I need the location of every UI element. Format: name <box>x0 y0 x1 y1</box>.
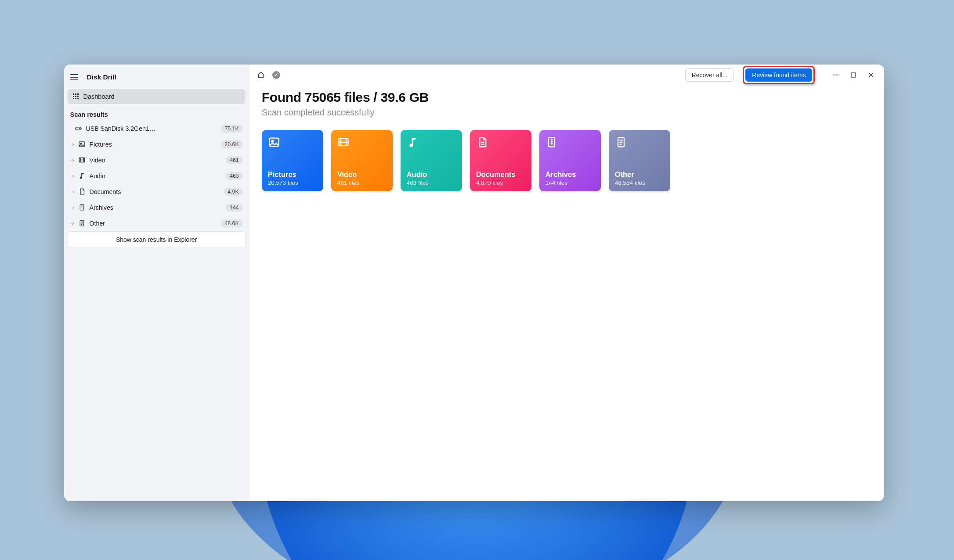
dashboard-label: Dashboard <box>83 93 115 100</box>
recover-all-label: Recover all... <box>692 72 728 79</box>
dashboard-icon <box>73 93 79 100</box>
tree-item-audio[interactable]: › Audio 463 <box>67 168 246 184</box>
tree-item-label: Audio <box>87 172 226 179</box>
tree-device-label: USB SanDisk 3.2Gen1… <box>83 125 221 132</box>
svg-rect-8 <box>833 75 838 75</box>
scan-tree: USB SanDisk 3.2Gen1… 75.1K › Pictures 20… <box>64 121 249 231</box>
document-icon <box>476 136 490 150</box>
tree-item-video[interactable]: › Video 461 <box>67 152 246 168</box>
headline: Found 75065 files / 39.6 GB <box>262 90 872 105</box>
card-sub: 463 files <box>407 179 456 186</box>
tree-item-badge: 144 <box>226 204 243 212</box>
maximize-button[interactable] <box>846 68 861 82</box>
tree-item-badge: 463 <box>226 172 243 180</box>
svg-point-2 <box>80 128 80 129</box>
tree-item-badge: 461 <box>226 156 243 164</box>
archive-icon <box>546 136 560 150</box>
card-pictures[interactable]: Pictures 20,573 files <box>262 130 323 191</box>
music-note-icon <box>77 172 87 179</box>
tree-device-badge: 75.1K <box>221 125 243 133</box>
tree-item-label: Pictures <box>87 141 221 148</box>
card-sub: 4,870 files <box>476 179 525 186</box>
sidebar: Disk Drill Dashboard Scan results USB Sa… <box>64 65 249 501</box>
svg-point-15 <box>551 141 552 142</box>
show-in-explorer-label: Show scan results in Explorer <box>116 236 197 243</box>
tree-item-label: Other <box>87 220 221 227</box>
tree-item-label: Video <box>87 157 226 164</box>
card-title: Archives <box>546 170 595 179</box>
recover-all-button[interactable]: Recover all... <box>685 68 734 82</box>
video-icon <box>77 156 87 164</box>
card-sub: 48,554 files <box>615 179 664 186</box>
card-sub: 461 files <box>337 179 387 186</box>
minimize-button[interactable] <box>828 68 844 82</box>
tree-device[interactable]: USB SanDisk 3.2Gen1… 75.1K <box>67 121 246 136</box>
card-title: Other <box>615 170 664 179</box>
tree-item-badge: 20.6K <box>221 140 243 148</box>
image-icon <box>77 140 87 148</box>
card-title: Documents <box>476 170 525 179</box>
chevron-right-icon: › <box>69 141 77 147</box>
scan-complete-icon <box>272 71 280 79</box>
chevron-right-icon: › <box>69 220 77 226</box>
annotation-highlight: Review found items <box>743 66 815 84</box>
close-button[interactable] <box>863 68 879 82</box>
main-panel: Recover all... Review found items <box>249 65 885 501</box>
svg-rect-9 <box>851 73 856 77</box>
tree-item-badge: 48.6K <box>221 219 243 227</box>
chevron-right-icon: › <box>69 205 77 211</box>
svg-point-4 <box>80 143 81 144</box>
menu-icon[interactable] <box>70 72 82 83</box>
card-title: Video <box>337 170 387 179</box>
tree-item-label: Archives <box>87 204 226 211</box>
card-audio[interactable]: Audio 463 files <box>401 130 462 191</box>
video-icon <box>337 136 351 150</box>
review-found-items-label: Review found items <box>752 72 806 79</box>
card-other[interactable]: Other 48,554 files <box>609 130 670 191</box>
sidebar-item-dashboard[interactable]: Dashboard <box>68 89 246 104</box>
document-icon <box>77 188 87 195</box>
status-text: Scan completed successfully <box>262 108 872 118</box>
chevron-right-icon: › <box>69 189 77 195</box>
show-in-explorer-button[interactable]: Show scan results in Explorer <box>68 231 246 248</box>
card-title: Pictures <box>268 170 317 179</box>
music-note-icon <box>407 136 421 150</box>
sidebar-section-title: Scan results <box>64 104 249 121</box>
app-title: Disk Drill <box>87 73 116 81</box>
usb-drive-icon <box>74 125 83 132</box>
review-found-items-button[interactable]: Review found items <box>745 68 812 82</box>
card-title: Audio <box>407 170 456 179</box>
tree-item-other[interactable]: › Other 48.6K <box>67 215 246 231</box>
tree-item-pictures[interactable]: › Pictures 20.6K <box>67 136 246 152</box>
window-controls <box>828 68 879 82</box>
tree-item-label: Documents <box>87 188 224 195</box>
file-icon <box>615 136 629 150</box>
tree-item-documents[interactable]: › Documents 4.9K <box>67 184 246 200</box>
file-icon <box>77 219 87 227</box>
chevron-right-icon: › <box>69 173 77 179</box>
svg-point-16 <box>551 143 552 144</box>
card-documents[interactable]: Documents 4,870 files <box>470 130 531 191</box>
chevron-right-icon: › <box>69 157 77 163</box>
svg-point-11 <box>271 140 273 142</box>
card-video[interactable]: Video 461 files <box>331 130 393 191</box>
tree-item-badge: 4.9K <box>224 188 242 196</box>
app-window: Disk Drill Dashboard Scan results USB Sa… <box>64 65 885 501</box>
card-archives[interactable]: Archives 144 files <box>539 130 601 191</box>
card-sub: 20,573 files <box>268 179 317 186</box>
card-sub: 144 files <box>546 179 595 186</box>
tree-item-archives[interactable]: › Archives 144 <box>67 200 246 215</box>
content: Found 75065 files / 39.6 GB Scan complet… <box>249 86 885 204</box>
category-cards: Pictures 20,573 files Video 461 files <box>262 130 872 191</box>
archive-icon <box>77 204 87 211</box>
svg-point-14 <box>551 139 552 140</box>
home-icon[interactable] <box>255 69 267 81</box>
topbar: Recover all... Review found items <box>249 65 885 86</box>
image-icon <box>268 136 282 150</box>
